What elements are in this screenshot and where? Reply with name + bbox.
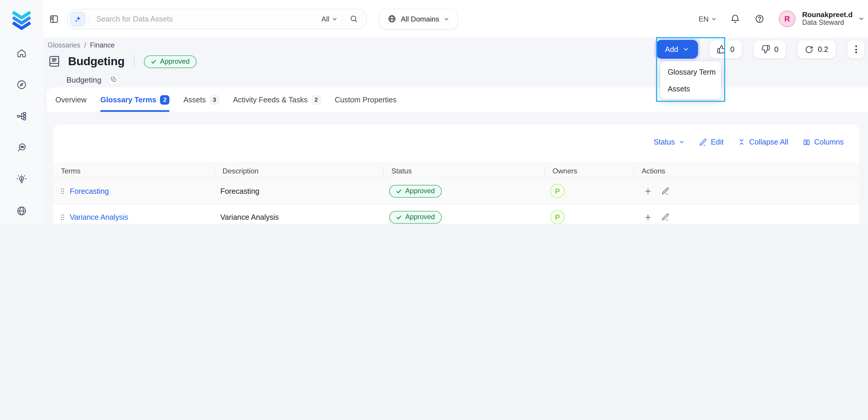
breadcrumb-finance[interactable]: Finance (90, 41, 115, 49)
add-button[interactable]: Add (656, 40, 699, 59)
check-icon (396, 188, 402, 194)
header-right-cluster: EN R Rounakpreet.d Data Steward (699, 11, 868, 27)
glossary-book-icon (48, 54, 61, 69)
version-button[interactable]: 0.2 (797, 40, 836, 59)
term-link[interactable]: Variance Analysis (70, 213, 128, 221)
check-icon (151, 58, 157, 65)
column-header-status[interactable]: Status (384, 163, 545, 178)
home-icon (16, 48, 27, 59)
sidebar-item-insights[interactable] (8, 166, 35, 193)
sidebar-item-domains[interactable] (8, 197, 35, 224)
collapse-all-label: Collapse All (749, 138, 788, 146)
upvote-button[interactable]: 0 (709, 40, 742, 59)
owner-avatar[interactable]: P (550, 184, 565, 198)
description-cell: Forecasting (215, 178, 383, 204)
edit-term-button[interactable] (661, 187, 669, 195)
menu-item-assets[interactable]: Assets (660, 80, 721, 97)
tab-custom-properties[interactable]: Custom Properties (335, 88, 397, 112)
search-input[interactable]: Search for Data Assets (96, 15, 321, 23)
drag-handle-icon[interactable] (60, 187, 65, 194)
copy-fqn-button[interactable] (108, 74, 119, 85)
table-header-row: Terms Description Status Owners Actions (53, 163, 859, 178)
drag-handle-icon[interactable] (60, 214, 65, 220)
sidebar-item-observability[interactable] (8, 134, 35, 162)
help-circle-icon (754, 14, 765, 24)
user-info[interactable]: Rounakpreet.d Data Steward (802, 11, 852, 27)
tab-assets[interactable]: Assets 3 (183, 88, 219, 112)
term-link[interactable]: Forecasting (70, 187, 109, 195)
column-header-terms[interactable]: Terms (53, 163, 215, 178)
user-name: Rounakpreet.d (802, 11, 852, 19)
term-cell: Variance Analysis (53, 204, 215, 224)
status-pill: Approved (389, 211, 441, 223)
collapse-all-button[interactable]: Collapse All (738, 138, 788, 146)
version-number: 0.2 (818, 45, 828, 53)
menu-item-glossary-term[interactable]: Glossary Term (660, 64, 721, 80)
flow-nodes-icon (16, 111, 27, 122)
sidebar-item-lineage[interactable] (8, 102, 35, 130)
tab-label: Assets (183, 96, 206, 104)
breadcrumb-glossaries[interactable]: Glossaries (48, 41, 80, 49)
search-icon (349, 14, 358, 23)
tab-glossary-terms[interactable]: Glossary Terms 2 (100, 88, 169, 112)
pencil-icon (661, 213, 669, 221)
language-value: EN (699, 15, 709, 23)
user-menu-chevron[interactable] (858, 16, 865, 22)
downvote-count: 0 (774, 45, 778, 53)
left-sidebar (0, 0, 43, 224)
edit-term-button[interactable] (661, 213, 669, 221)
search-scope-select[interactable]: All (321, 15, 338, 23)
add-child-term-button[interactable] (644, 213, 652, 221)
language-select[interactable]: EN (699, 15, 717, 23)
globe-icon (16, 205, 27, 216)
all-domains-button[interactable]: All Domains (379, 8, 458, 29)
status-badge: Approved (144, 55, 196, 68)
notifications-button[interactable] (730, 14, 740, 24)
column-header-description[interactable]: Description (215, 163, 383, 178)
add-child-term-button[interactable] (644, 187, 652, 195)
thumbs-down-icon (761, 45, 770, 54)
tab-activity-feeds[interactable]: Activity Feeds & Tasks 2 (233, 88, 321, 112)
tab-count-badge: 3 (210, 95, 219, 104)
columns-button[interactable]: Columns (803, 138, 843, 146)
tab-overview[interactable]: Overview (56, 88, 87, 112)
sidebar-toggle-button[interactable] (49, 13, 59, 24)
search-divider (89, 14, 90, 24)
owner-avatar[interactable]: P (550, 210, 565, 224)
user-initial: R (784, 14, 790, 23)
table-row: Forecasting Forecasting Approved P (53, 178, 859, 204)
sidebar-item-explore[interactable] (8, 71, 35, 98)
description-cell: Variance Analysis (215, 204, 383, 224)
glossary-terms-table: Terms Description Status Owners Actions … (53, 163, 859, 224)
table-toolbar: Status Edit Collapse All Columns (654, 138, 844, 146)
chevron-down-icon (711, 16, 717, 22)
all-domains-label: All Domains (401, 15, 439, 23)
magnifier-eye-icon (16, 142, 27, 153)
app-logo-icon[interactable] (11, 7, 32, 30)
ai-search-button[interactable] (70, 11, 85, 26)
search-submit-button[interactable] (349, 14, 358, 23)
edit-button[interactable]: Edit (699, 138, 723, 146)
status-badge-label: Approved (160, 58, 189, 65)
status-filter-dropdown[interactable]: Status (654, 138, 685, 146)
owners-cell: P (545, 178, 634, 204)
downvote-button[interactable]: 0 (753, 40, 786, 59)
help-button[interactable] (754, 14, 765, 24)
global-search-bar[interactable]: Search for Data Assets All (67, 8, 367, 29)
column-header-actions[interactable]: Actions (634, 163, 859, 178)
entity-tabs: Overview Glossary Terms 2 Assets 3 Activ… (47, 88, 868, 112)
user-avatar[interactable]: R (779, 11, 796, 27)
column-header-owners[interactable]: Owners (545, 163, 634, 178)
columns-icon (803, 138, 810, 146)
breadcrumb-separator: / (84, 41, 86, 49)
more-options-button[interactable] (847, 40, 865, 59)
sidebar-item-home[interactable] (8, 39, 35, 67)
add-button-label: Add (665, 45, 678, 53)
bell-icon (730, 14, 740, 24)
tab-label: Activity Feeds & Tasks (233, 96, 308, 104)
page-content: Glossaries / Finance Budgeting Approved … (43, 38, 868, 224)
status-cell: Approved (384, 204, 545, 224)
search-scope-value: All (321, 15, 330, 23)
actions-cell (634, 178, 859, 204)
pencil-icon (661, 187, 669, 195)
